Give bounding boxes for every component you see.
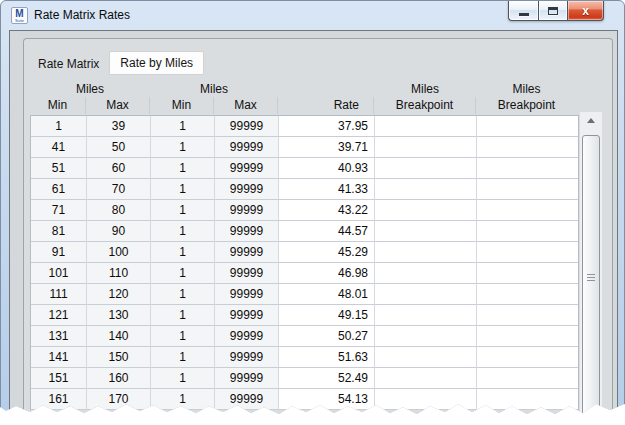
- cell[interactable]: 130: [87, 305, 151, 326]
- cell[interactable]: 131: [31, 326, 87, 347]
- scrollbar-up-button[interactable]: [580, 112, 602, 129]
- cell[interactable]: 46.98: [279, 263, 375, 284]
- cell[interactable]: 1: [31, 116, 87, 137]
- column-header-max-1[interactable]: Max: [86, 97, 150, 114]
- cell[interactable]: 52.49: [279, 368, 375, 389]
- cell[interactable]: [375, 389, 477, 410]
- cell[interactable]: [375, 116, 477, 137]
- cell[interactable]: 70: [87, 179, 151, 200]
- cell[interactable]: 60: [87, 158, 151, 179]
- cell[interactable]: [375, 200, 477, 221]
- cell[interactable]: [375, 305, 477, 326]
- cell[interactable]: [477, 389, 578, 410]
- cell[interactable]: 160: [87, 368, 151, 389]
- cell[interactable]: 120: [87, 284, 151, 305]
- cell[interactable]: 1: [151, 389, 215, 410]
- cell[interactable]: 50: [87, 137, 151, 158]
- cell[interactable]: 150: [87, 347, 151, 368]
- cell[interactable]: 99999: [215, 263, 279, 284]
- cell[interactable]: [477, 179, 578, 200]
- cell[interactable]: [375, 221, 477, 242]
- scrollbar-thumb[interactable]: [582, 135, 600, 425]
- maximize-button[interactable]: [538, 0, 568, 21]
- tab-rate-matrix[interactable]: Rate Matrix: [28, 54, 109, 75]
- cell[interactable]: 1: [151, 137, 215, 158]
- cell[interactable]: 41: [31, 137, 87, 158]
- cell[interactable]: [375, 179, 477, 200]
- cell[interactable]: 37.95: [279, 116, 375, 137]
- cell[interactable]: [477, 368, 578, 389]
- cell[interactable]: 99999: [215, 116, 279, 137]
- minimize-button[interactable]: [508, 0, 538, 21]
- cell[interactable]: 110: [87, 263, 151, 284]
- cell[interactable]: 48.01: [279, 284, 375, 305]
- cell[interactable]: 100: [87, 242, 151, 263]
- cell[interactable]: [477, 305, 578, 326]
- cell[interactable]: 49.15: [279, 305, 375, 326]
- cell[interactable]: 1: [151, 179, 215, 200]
- cell[interactable]: 81: [31, 221, 87, 242]
- cell[interactable]: 54.13: [279, 389, 375, 410]
- cell[interactable]: 101: [31, 263, 87, 284]
- cell[interactable]: 1: [151, 284, 215, 305]
- cell[interactable]: 99999: [215, 305, 279, 326]
- cell[interactable]: 1: [151, 263, 215, 284]
- cell[interactable]: 99999: [215, 389, 279, 410]
- cell[interactable]: [477, 263, 578, 284]
- cell[interactable]: 61: [31, 179, 87, 200]
- cell[interactable]: 1: [151, 116, 215, 137]
- cell[interactable]: [477, 221, 578, 242]
- cell[interactable]: 90: [87, 221, 151, 242]
- cell[interactable]: 39: [87, 116, 151, 137]
- cell[interactable]: 1: [151, 305, 215, 326]
- cell[interactable]: 99999: [215, 221, 279, 242]
- column-header-rate[interactable]: Rate: [278, 97, 374, 114]
- cell[interactable]: 161: [31, 389, 87, 410]
- cell[interactable]: 51.63: [279, 347, 375, 368]
- cell[interactable]: [477, 137, 578, 158]
- cell[interactable]: 1: [151, 158, 215, 179]
- cell[interactable]: 111: [31, 284, 87, 305]
- cell[interactable]: [375, 137, 477, 158]
- cell[interactable]: [375, 326, 477, 347]
- cell[interactable]: 99999: [215, 179, 279, 200]
- cell[interactable]: 99999: [215, 326, 279, 347]
- cell[interactable]: [375, 158, 477, 179]
- column-header-min-1[interactable]: Min: [30, 97, 86, 114]
- cell[interactable]: 44.57: [279, 221, 375, 242]
- cell[interactable]: 45.29: [279, 242, 375, 263]
- cell[interactable]: 50.27: [279, 326, 375, 347]
- cell[interactable]: 1: [151, 368, 215, 389]
- cell[interactable]: 99999: [215, 368, 279, 389]
- cell[interactable]: [477, 116, 578, 137]
- cell[interactable]: 151: [31, 368, 87, 389]
- cell[interactable]: 170: [87, 389, 151, 410]
- cell[interactable]: 99999: [215, 200, 279, 221]
- cell[interactable]: 51: [31, 158, 87, 179]
- cell[interactable]: 140: [87, 326, 151, 347]
- cell[interactable]: [477, 200, 578, 221]
- close-button[interactable]: x: [568, 0, 604, 21]
- vertical-scrollbar[interactable]: [580, 112, 602, 425]
- cell[interactable]: 41.33: [279, 179, 375, 200]
- cell[interactable]: 99999: [215, 242, 279, 263]
- cell[interactable]: 1: [151, 347, 215, 368]
- cell[interactable]: 1: [151, 200, 215, 221]
- cell[interactable]: 99999: [215, 137, 279, 158]
- cell[interactable]: 39.71: [279, 137, 375, 158]
- cell[interactable]: [477, 347, 578, 368]
- cell[interactable]: [477, 326, 578, 347]
- column-header-breakpoint-1[interactable]: Breakpoint: [374, 97, 476, 114]
- cell[interactable]: 71: [31, 200, 87, 221]
- cell[interactable]: [477, 284, 578, 305]
- cell[interactable]: 141: [31, 347, 87, 368]
- column-header-breakpoint-2[interactable]: Breakpoint: [476, 97, 577, 114]
- cell[interactable]: 1: [151, 326, 215, 347]
- cell[interactable]: 121: [31, 305, 87, 326]
- cell[interactable]: 40.93: [279, 158, 375, 179]
- cell[interactable]: 1: [151, 221, 215, 242]
- cell[interactable]: [375, 347, 477, 368]
- cell[interactable]: 80: [87, 200, 151, 221]
- cell[interactable]: [375, 284, 477, 305]
- cell[interactable]: 99999: [215, 158, 279, 179]
